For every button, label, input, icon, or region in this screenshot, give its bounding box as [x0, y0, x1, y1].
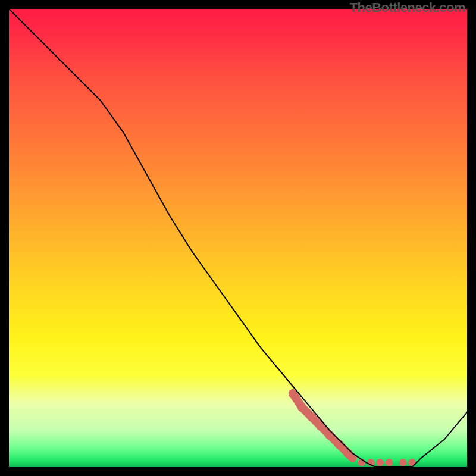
- highlight-dot: [334, 440, 343, 449]
- highlight-dot: [325, 430, 334, 439]
- highlight-dot: [399, 459, 407, 466]
- highlight-dot: [386, 459, 393, 466]
- chart-container: TheBottleneck.com: [0, 0, 476, 476]
- plot-area: [9, 9, 467, 467]
- highlight-dot: [376, 459, 384, 466]
- highlight-dot: [298, 403, 306, 412]
- chart-svg: [9, 9, 467, 467]
- highlight-dot: [307, 412, 316, 421]
- watermark-label: TheBottleneck.com: [350, 0, 465, 15]
